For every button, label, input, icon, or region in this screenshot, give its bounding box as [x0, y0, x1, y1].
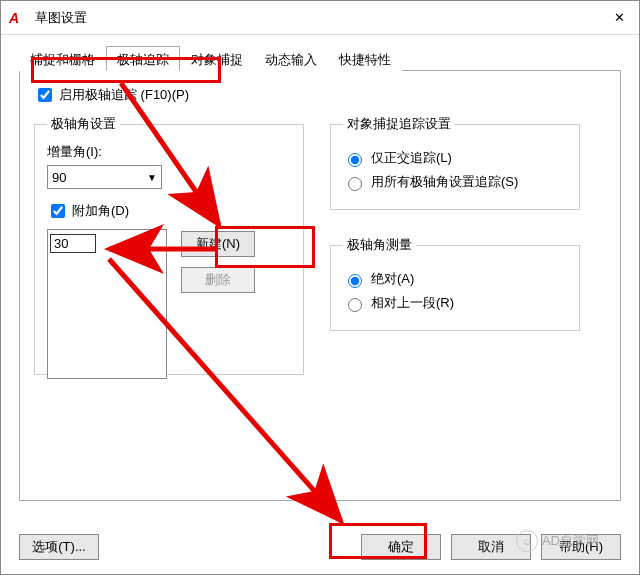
tracking-all-radio[interactable]: 用所有极轴角设置追踪(S): [343, 173, 567, 191]
measure-relative-label: 相对上一段(R): [371, 294, 454, 312]
measure-relative-input[interactable]: [348, 298, 362, 312]
app-icon: A: [9, 11, 29, 25]
right-column: 对象捕捉追踪设置 仅正交追踪(L) 用所有极轴角设置追踪(S) 极轴角测量: [330, 115, 580, 375]
enable-polar-label: 启用极轴追踪 (F10)(P): [59, 86, 189, 104]
increment-value: 90: [52, 170, 66, 185]
tracking-ortho-radio[interactable]: 仅正交追踪(L): [343, 149, 567, 167]
tracking-all-label: 用所有极轴角设置追踪(S): [371, 173, 518, 191]
tab-panel: 启用极轴追踪 (F10)(P) 极轴角设置 增量角(I): 90 ▼ 附加角(D…: [19, 71, 621, 501]
chevron-down-icon: ▼: [147, 172, 157, 183]
help-button[interactable]: 帮助(H): [541, 534, 621, 560]
options-button[interactable]: 选项(T)...: [19, 534, 99, 560]
tracking-ortho-label: 仅正交追踪(L): [371, 149, 452, 167]
polar-angle-legend: 极轴角设置: [47, 115, 120, 133]
ok-button[interactable]: 确定: [361, 534, 441, 560]
tracking-all-input[interactable]: [348, 177, 362, 191]
polar-measure-legend: 极轴角测量: [343, 236, 416, 254]
list-item[interactable]: 30: [50, 234, 96, 253]
window-title: 草图设置: [35, 9, 599, 27]
tab-polar-tracking[interactable]: 极轴追踪: [106, 46, 180, 71]
polar-angle-group: 极轴角设置 增量角(I): 90 ▼ 附加角(D) 30: [34, 115, 304, 375]
tab-bar: 捕捉和栅格 极轴追踪 对象捕捉 动态输入 快捷特性: [19, 45, 621, 71]
titlebar: A 草图设置 ✕: [1, 1, 639, 35]
angle-buttons: 新建(N) 删除: [181, 231, 255, 379]
tab-quick-properties[interactable]: 快捷特性: [328, 46, 402, 71]
measure-absolute-input[interactable]: [348, 274, 362, 288]
tracking-ortho-input[interactable]: [348, 153, 362, 167]
additional-angle-checkbox[interactable]: 附加角(D): [47, 201, 129, 221]
content-area: 捕捉和栅格 极轴追踪 对象捕捉 动态输入 快捷特性 启用极轴追踪 (F10)(P…: [1, 35, 639, 574]
additional-angle-list[interactable]: 30: [47, 229, 167, 379]
measure-relative-radio[interactable]: 相对上一段(R): [343, 294, 567, 312]
polar-measure-group: 极轴角测量 绝对(A) 相对上一段(R): [330, 236, 580, 331]
object-snap-tracking-legend: 对象捕捉追踪设置: [343, 115, 455, 133]
measure-absolute-radio[interactable]: 绝对(A): [343, 270, 567, 288]
object-snap-tracking-group: 对象捕捉追踪设置 仅正交追踪(L) 用所有极轴角设置追踪(S): [330, 115, 580, 210]
footer: 选项(T)... 确定 取消 帮助(H): [19, 534, 621, 560]
enable-polar-input[interactable]: [38, 88, 52, 102]
angle-box: 30 新建(N) 删除: [47, 229, 291, 379]
tab-object-snap[interactable]: 对象捕捉: [180, 46, 254, 71]
cancel-button[interactable]: 取消: [451, 534, 531, 560]
delete-button: 删除: [181, 267, 255, 293]
enable-polar-checkbox[interactable]: 启用极轴追踪 (F10)(P): [34, 85, 189, 105]
tab-snap-grid[interactable]: 捕捉和栅格: [19, 46, 106, 71]
tab-dynamic-input[interactable]: 动态输入: [254, 46, 328, 71]
dialog-window: A 草图设置 ✕ 捕捉和栅格 极轴追踪 对象捕捉 动态输入 快捷特性 启用极轴追…: [0, 0, 640, 575]
additional-angle-label: 附加角(D): [72, 202, 129, 220]
close-button[interactable]: ✕: [599, 1, 639, 35]
left-column: 极轴角设置 增量角(I): 90 ▼ 附加角(D) 30: [34, 115, 304, 375]
columns: 极轴角设置 增量角(I): 90 ▼ 附加角(D) 30: [34, 115, 606, 375]
increment-combo[interactable]: 90 ▼: [47, 165, 162, 189]
close-icon: ✕: [614, 10, 625, 25]
increment-label: 增量角(I):: [47, 143, 291, 161]
new-button[interactable]: 新建(N): [181, 231, 255, 257]
measure-absolute-label: 绝对(A): [371, 270, 414, 288]
additional-angle-input[interactable]: [51, 204, 65, 218]
